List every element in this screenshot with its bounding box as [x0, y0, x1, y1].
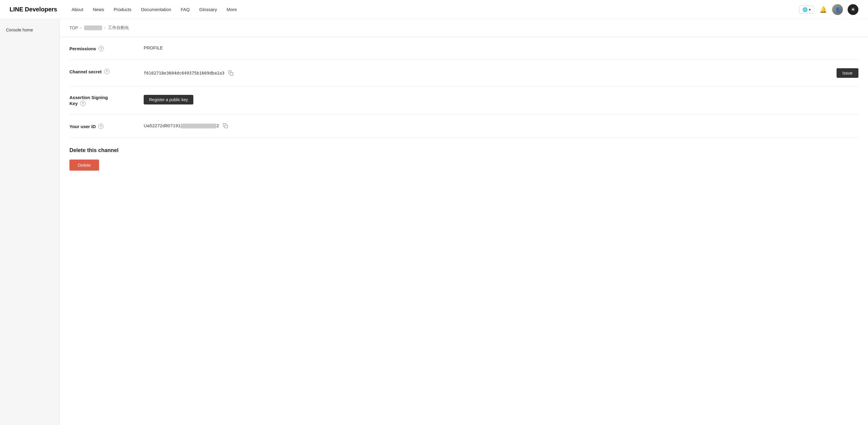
- channel-secret-section: Channel secret ? f6162718e3604dc649375b1…: [69, 60, 859, 87]
- nav-products[interactable]: Products: [114, 7, 131, 12]
- assertion-signing-key-label: Assertion Signing Key ?: [69, 95, 129, 106]
- user-id-section: Your user ID ? Ua52272d8071912: [69, 115, 859, 138]
- channel-secret-value: f6162718e3604dc649375b1669dba1a3: [144, 71, 224, 75]
- site-logo[interactable]: LINE Developers: [9, 6, 57, 13]
- user-id-value-area: Ua52272d8071912: [144, 123, 859, 128]
- main-nav: About News Products Documentation FAQ Gl…: [71, 7, 799, 12]
- assertion-signing-key-help-icon[interactable]: ?: [80, 100, 86, 106]
- breadcrumb-channel-name: 工作自動化: [108, 25, 129, 31]
- header-actions: 🌐 ▾ 🔔 👤 ☀: [799, 4, 859, 15]
- permissions-section: Permissions ? PROFILE: [69, 37, 859, 60]
- svg-rect-1: [225, 125, 228, 128]
- language-selector[interactable]: 🌐 ▾: [799, 6, 814, 13]
- breadcrumb-top[interactable]: TOP: [69, 25, 78, 30]
- nav-documentation[interactable]: Documentation: [141, 7, 171, 12]
- permissions-help-icon[interactable]: ?: [98, 46, 104, 51]
- permissions-label: Permissions ?: [69, 45, 129, 51]
- permissions-value: PROFILE: [144, 45, 859, 50]
- page-layout: Console home TOP › › 工作自動化 Permissions ?…: [0, 19, 868, 425]
- theme-toggle-button[interactable]: ☀: [848, 4, 859, 15]
- delete-section: Delete this channel Delete: [69, 138, 859, 180]
- user-id-help-icon[interactable]: ?: [98, 124, 103, 129]
- assertion-signing-key-section: Assertion Signing Key ? Register a publi…: [69, 87, 859, 115]
- channel-secret-copy-icon[interactable]: [228, 70, 234, 76]
- content-area: Permissions ? PROFILE Channel secret ? f…: [60, 37, 868, 180]
- assertion-signing-key-label-text: Assertion Signing: [69, 95, 129, 100]
- nav-news[interactable]: News: [93, 7, 104, 12]
- bell-icon: 🔔: [819, 6, 827, 13]
- register-public-key-button[interactable]: Register a public key: [144, 95, 193, 104]
- header: LINE Developers About News Products Docu…: [0, 0, 868, 19]
- nav-faq[interactable]: FAQ: [181, 7, 190, 12]
- delete-button[interactable]: Delete: [69, 159, 99, 171]
- breadcrumb: TOP › › 工作自動化: [60, 19, 868, 37]
- assertion-signing-key-label-line2: Key ?: [69, 100, 129, 106]
- nav-more[interactable]: More: [226, 7, 237, 12]
- avatar-image: 👤: [835, 7, 840, 12]
- user-id-copy-icon[interactable]: [223, 123, 228, 128]
- nav-glossary[interactable]: Glossary: [199, 7, 217, 12]
- channel-secret-value-area: f6162718e3604dc649375b1669dba1a3 Issue: [144, 68, 859, 78]
- nav-about[interactable]: About: [71, 7, 83, 12]
- issue-button[interactable]: Issue: [837, 68, 859, 78]
- user-id-label: Your user ID ?: [69, 123, 129, 129]
- notifications-button[interactable]: 🔔: [819, 5, 827, 14]
- globe-icon: 🌐: [802, 7, 808, 12]
- user-avatar[interactable]: 👤: [832, 4, 843, 15]
- user-id-value: Ua52272d8071912: [144, 123, 219, 128]
- assertion-signing-key-value-area: Register a public key: [144, 95, 859, 104]
- sidebar: Console home: [0, 19, 60, 425]
- language-dropdown-arrow: ▾: [809, 7, 811, 12]
- sidebar-item-console-home[interactable]: Console home: [0, 24, 60, 36]
- breadcrumb-separator-2: ›: [104, 26, 106, 30]
- user-id-blurred: [181, 124, 216, 128]
- channel-secret-label: Channel secret ?: [69, 68, 129, 74]
- sun-icon: ☀: [850, 6, 856, 13]
- breadcrumb-channel-id: [84, 25, 102, 30]
- main-content: TOP › › 工作自動化 Permissions ? PROFILE C: [60, 19, 868, 425]
- breadcrumb-separator-1: ›: [81, 26, 82, 30]
- svg-rect-0: [230, 72, 233, 75]
- delete-section-title: Delete this channel: [69, 147, 859, 154]
- channel-secret-help-icon[interactable]: ?: [104, 69, 110, 74]
